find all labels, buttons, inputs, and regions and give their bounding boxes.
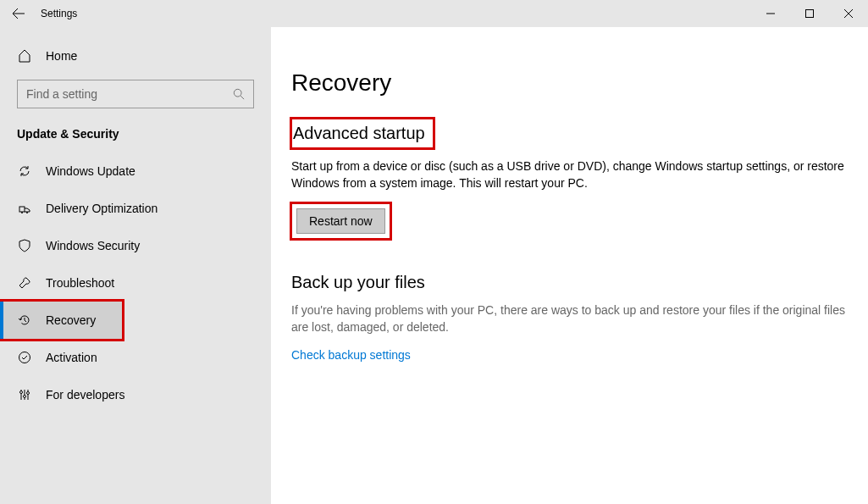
advanced-startup-description: Start up from a device or disc (such as … [291, 158, 848, 191]
window-title: Settings [41, 8, 77, 19]
sidebar-item-label: Windows Update [46, 164, 135, 178]
sliders-icon [17, 388, 32, 402]
backup-section: Back up your files If you're having prob… [291, 273, 848, 363]
search-box[interactable] [17, 80, 254, 108]
sidebar-nav: Windows Update Delivery Optimization Win… [0, 152, 271, 413]
svg-point-6 [20, 391, 23, 394]
wrench-icon [17, 276, 32, 290]
sidebar-item-activation[interactable]: Activation [0, 339, 271, 376]
home-icon [17, 49, 32, 63]
home-nav[interactable]: Home [0, 42, 271, 69]
category-header: Update & Security [0, 124, 271, 152]
advanced-startup-section: Advanced startup Start up from a device … [291, 119, 848, 239]
svg-point-7 [24, 396, 26, 398]
backup-title: Back up your files [291, 273, 425, 292]
sidebar-item-delivery-optimization[interactable]: Delivery Optimization [0, 190, 271, 227]
minimize-icon [766, 9, 775, 18]
svg-point-4 [26, 212, 28, 213]
svg-point-3 [21, 212, 23, 213]
sync-icon [17, 164, 32, 178]
sidebar-item-label: Activation [46, 351, 97, 364]
sidebar-item-windows-update[interactable]: Windows Update [0, 152, 271, 190]
svg-point-8 [27, 392, 30, 395]
search-input[interactable] [26, 87, 233, 101]
advanced-startup-title: Advanced startup [291, 119, 434, 148]
restart-now-button[interactable]: Restart now [296, 208, 385, 234]
backup-description: If you're having problems with your PC, … [291, 302, 848, 335]
svg-rect-2 [19, 207, 25, 212]
sidebar-item-label: Windows Security [46, 239, 140, 252]
home-label: Home [46, 49, 77, 63]
sidebar-item-recovery[interactable]: Recovery [0, 302, 122, 339]
maximize-icon [805, 9, 814, 18]
history-icon [17, 313, 32, 327]
page-title: Recovery [291, 69, 848, 97]
sidebar-item-windows-security[interactable]: Windows Security [0, 227, 271, 264]
close-button[interactable] [829, 0, 868, 27]
close-icon [844, 9, 853, 18]
svg-rect-0 [806, 10, 814, 18]
check-circle-icon [17, 351, 32, 364]
shield-icon [17, 239, 32, 252]
sidebar-item-for-developers[interactable]: For developers [0, 376, 271, 413]
restart-now-highlight: Restart now [291, 203, 390, 239]
minimize-button[interactable] [751, 0, 790, 27]
back-button[interactable] [0, 0, 37, 27]
svg-point-1 [234, 89, 241, 97]
sidebar: Home Update & Security Windows Update De… [0, 27, 271, 504]
arrow-left-icon [12, 7, 25, 20]
titlebar: Settings [0, 0, 868, 27]
sidebar-item-label: For developers [46, 388, 124, 402]
check-backup-settings-link[interactable]: Check backup settings [291, 348, 411, 362]
sidebar-item-label: Delivery Optimization [46, 202, 158, 215]
svg-point-5 [19, 352, 30, 363]
sidebar-item-troubleshoot[interactable]: Troubleshoot [0, 264, 271, 302]
content-area: Recovery Advanced startup Start up from … [271, 27, 868, 504]
search-icon [233, 88, 245, 100]
sidebar-item-label: Troubleshoot [46, 276, 114, 290]
window-controls [751, 0, 868, 27]
sidebar-item-label: Recovery [46, 313, 96, 327]
delivery-icon [17, 202, 32, 215]
maximize-button[interactable] [790, 0, 829, 27]
